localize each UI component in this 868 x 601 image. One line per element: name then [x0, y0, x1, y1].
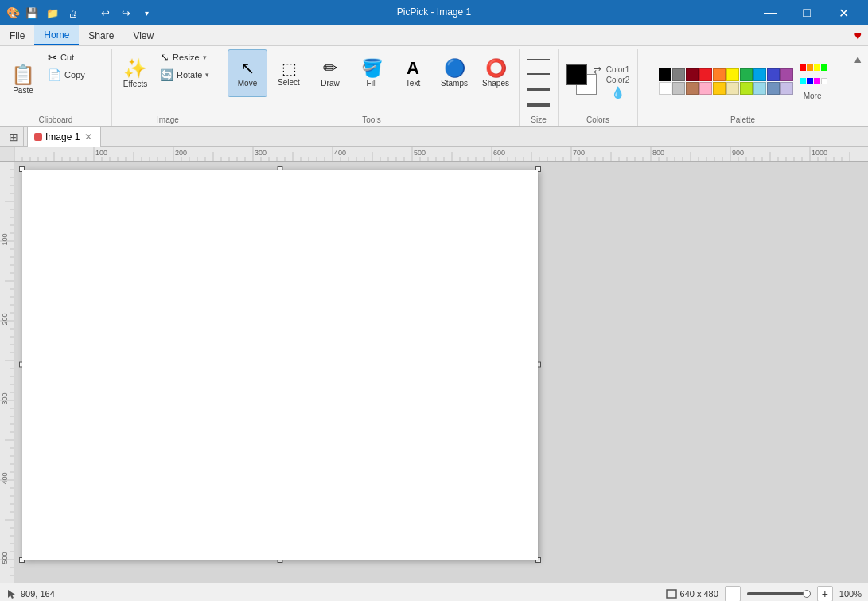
- draw-label: Draw: [321, 79, 339, 88]
- size-line-3[interactable]: [526, 83, 551, 96]
- swatch-pink[interactable]: [699, 82, 712, 95]
- color-labels: Color1 Color2 💧: [606, 65, 629, 99]
- zoom-slider[interactable]: [747, 592, 811, 595]
- select-icon: ⬚: [282, 60, 297, 76]
- vertical-ruler: 100200300400500: [0, 162, 14, 583]
- menu-view[interactable]: View: [123, 25, 163, 45]
- svg-text:500: 500: [414, 149, 426, 157]
- swatch-black[interactable]: [659, 68, 671, 81]
- paste-btn[interactable]: 📋 Paste: [3, 49, 43, 111]
- menu-home[interactable]: Home: [34, 25, 79, 45]
- swatch-indigo[interactable]: [767, 68, 780, 81]
- stamps-label: Stamps: [441, 79, 468, 88]
- swatch-red[interactable]: [699, 68, 712, 81]
- select-btn[interactable]: ⬚ Select: [269, 49, 309, 97]
- swatch-white[interactable]: [659, 82, 671, 95]
- tools-group: ↖ Move ⬚ Select ✏ Draw 🪣 Fill A Text 🔵 S: [224, 49, 520, 126]
- svg-text:400: 400: [1, 472, 9, 484]
- swatch-light-gray[interactable]: [672, 82, 685, 95]
- maximize-btn[interactable]: □: [788, 0, 825, 25]
- close-btn[interactable]: ✕: [825, 0, 862, 25]
- redo-btn[interactable]: ↪: [118, 5, 134, 21]
- swatch-dark-gray[interactable]: [672, 68, 685, 81]
- eyedropper-icon[interactable]: 💧: [611, 86, 625, 99]
- tab-close-btn[interactable]: ✕: [84, 131, 92, 142]
- rotate-label: Rotate: [177, 70, 202, 80]
- color-swatches-stack: ⇄: [566, 64, 601, 100]
- zoom-minus-label: —: [727, 587, 738, 600]
- main-canvas[interactable]: [22, 170, 538, 560]
- zoom-slider-thumb[interactable]: [803, 590, 811, 598]
- image-size-section: 640 x 480: [666, 588, 718, 599]
- menu-file[interactable]: File: [0, 25, 34, 45]
- svg-text:300: 300: [255, 149, 267, 157]
- more-colors-icon: [798, 63, 827, 92]
- svg-text:200: 200: [1, 313, 9, 325]
- color1-swatch[interactable]: [566, 64, 587, 85]
- swatch-yellow[interactable]: [726, 68, 739, 81]
- swatch-brown[interactable]: [686, 82, 699, 95]
- select-label: Select: [278, 78, 300, 87]
- image-small-btns: ⤡ Resize ▾ 🔄 Rotate ▾: [157, 49, 220, 83]
- swatch-cyan[interactable]: [753, 68, 766, 81]
- new-tab-btn[interactable]: ⊞: [3, 127, 24, 147]
- window-title: PicPick - Image 1: [397, 6, 471, 18]
- swatch-beige[interactable]: [726, 82, 739, 95]
- cursor-pos-section: 909, 164: [6, 588, 55, 599]
- draw-icon: ✏: [323, 60, 337, 77]
- fill-btn[interactable]: 🪣 Fill: [352, 49, 391, 97]
- copy-btn[interactable]: 📄 Copy: [45, 67, 108, 83]
- swatch-purple[interactable]: [780, 68, 793, 81]
- collapse-icon[interactable]: ▲: [852, 53, 863, 65]
- swatch-dark-red[interactable]: [686, 68, 699, 81]
- minimize-btn[interactable]: —: [752, 0, 788, 25]
- cursor-pos-text: 909, 164: [21, 589, 55, 599]
- dropdown-btn[interactable]: ▾: [138, 5, 154, 21]
- quicksave-btn[interactable]: 💾: [24, 5, 40, 21]
- swatch-sky[interactable]: [753, 82, 766, 95]
- swatch-lavender[interactable]: [780, 82, 793, 95]
- titlebar: 🎨 💾 📁 🖨 ↩ ↪ ▾ PicPick - Image 1 — □ ✕: [0, 0, 868, 25]
- shapes-btn[interactable]: ⭕ Shapes: [476, 49, 516, 97]
- text-label: Text: [406, 79, 420, 88]
- svg-text:300: 300: [1, 392, 9, 404]
- stamps-btn[interactable]: 🔵 Stamps: [434, 49, 474, 97]
- text-btn[interactable]: A Text: [393, 49, 433, 97]
- menu-share[interactable]: Share: [79, 25, 123, 45]
- paste-icon: 📋: [11, 65, 35, 84]
- size-line-2[interactable]: [526, 68, 551, 80]
- rotate-btn[interactable]: 🔄 Rotate ▾: [157, 67, 220, 83]
- resize-btn[interactable]: ⤡ Resize ▾: [157, 49, 220, 65]
- image-tab[interactable]: Image 1 ✕: [27, 127, 101, 147]
- quickprint-btn[interactable]: 🖨: [65, 5, 81, 21]
- palette-row-2: [659, 82, 793, 95]
- tab-modified-indicator: [34, 133, 42, 141]
- swatch-gold[interactable]: [713, 82, 726, 95]
- ruler-h-svg: /* ruler ticks generated by JS below */ …: [14, 147, 858, 162]
- swatch-green[interactable]: [740, 68, 753, 81]
- zoom-minus-btn[interactable]: —: [725, 586, 741, 602]
- cut-btn[interactable]: ✂ Cut: [45, 49, 108, 65]
- move-btn[interactable]: ↖ Move: [228, 49, 267, 97]
- effects-btn[interactable]: ✨ Effects: [115, 49, 155, 97]
- more-colors-btn[interactable]: More: [798, 63, 827, 100]
- palette-grid: [659, 68, 793, 95]
- size-line-4[interactable]: [526, 98, 551, 111]
- zoom-slider-fill: [747, 592, 811, 595]
- favorite-icon[interactable]: ♥: [854, 29, 862, 42]
- ribbon: 📋 Paste ✂ Cut 📄 Copy Clipboard ✨ Effect: [0, 46, 868, 127]
- swap-colors-icon[interactable]: ⇄: [594, 64, 601, 76]
- canvas-container[interactable]: [14, 162, 868, 583]
- size-line-1[interactable]: [526, 53, 551, 65]
- swatch-lime[interactable]: [740, 82, 753, 95]
- ribbon-collapse-btn[interactable]: ▲: [847, 49, 868, 126]
- effects-label: Effects: [123, 80, 147, 88]
- swatch-orange[interactable]: [713, 68, 726, 81]
- svg-rect-117: [0, 162, 14, 583]
- zoom-plus-btn[interactable]: +: [817, 586, 833, 602]
- undo-btn[interactable]: ↩: [97, 5, 113, 21]
- svg-text:1000: 1000: [812, 149, 827, 157]
- quickopen-btn[interactable]: 📁: [45, 5, 60, 21]
- draw-btn[interactable]: ✏ Draw: [310, 49, 350, 97]
- swatch-steel[interactable]: [767, 82, 780, 95]
